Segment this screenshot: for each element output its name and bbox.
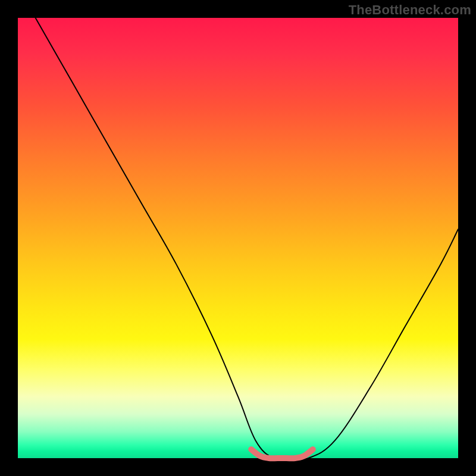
plot-area (18, 18, 458, 458)
chart-svg (18, 18, 458, 458)
optimal-range-marker (251, 449, 313, 458)
watermark-text: TheBottleneck.com (349, 2, 471, 18)
bottleneck-curve (36, 18, 458, 459)
chart-container: TheBottleneck.com (0, 0, 476, 476)
